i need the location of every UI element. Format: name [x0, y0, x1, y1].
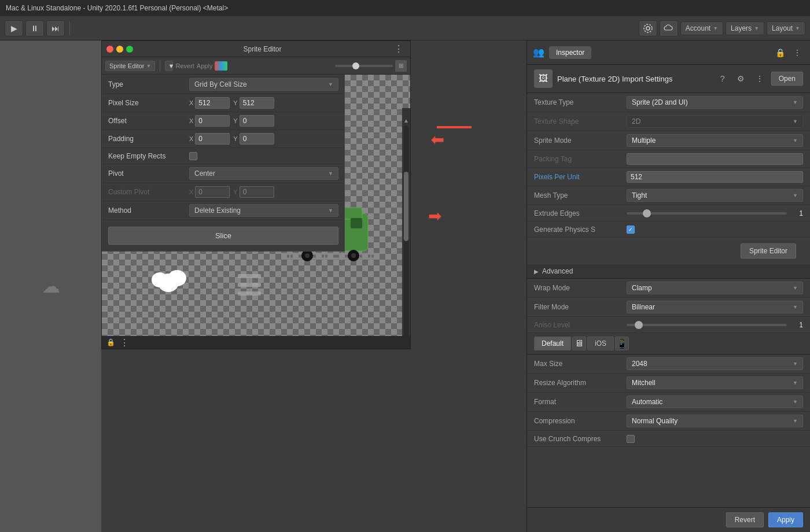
vertical-scrollbar[interactable]: ▲ ▼ — [402, 108, 410, 349]
pivot-dropdown[interactable]: Center ▼ — [189, 167, 338, 180]
layers-dropdown[interactable]: Layers ▼ — [726, 21, 764, 35]
offset-x-label: X — [189, 117, 193, 124]
customPivot-y-input[interactable] — [240, 186, 274, 198]
inspector-lock-btn[interactable]: 🔒 — [773, 46, 787, 60]
generatePhysics-row: Generate Physics S ✓ — [527, 221, 810, 238]
meshType-value: Tight — [632, 191, 647, 200]
apply-small-btn[interactable]: Apply — [197, 62, 213, 69]
maxSize-dropdown[interactable]: 2048 ▼ — [627, 357, 803, 370]
inspector-revert-btn[interactable]: Revert — [726, 512, 764, 527]
play-button[interactable]: ▶ — [5, 20, 23, 36]
zoom-slider-thumb[interactable] — [352, 62, 359, 69]
keepEmpty-checkbox[interactable] — [189, 152, 197, 160]
padding-x-input[interactable] — [195, 133, 230, 145]
spriteMode-dropdown[interactable]: Multiple ▼ — [627, 134, 803, 147]
textureType-chevron: ▼ — [793, 99, 798, 105]
sprite-editor-tab-dropdown[interactable]: Sprite Editor ▼ — [105, 61, 155, 71]
anisoLevel-slider[interactable] — [627, 324, 787, 326]
maximize-light[interactable] — [126, 46, 133, 53]
generatePhysics-checkbox[interactable]: ✓ — [627, 226, 635, 234]
generatePhysics-label: Generate Physics S — [534, 226, 627, 234]
resizeAlgorithm-dropdown[interactable]: Mitchell ▼ — [627, 376, 803, 389]
textureShape-label: Texture Shape — [534, 117, 627, 125]
object-more-btn[interactable]: ⋮ — [753, 72, 767, 86]
close-light[interactable] — [106, 46, 113, 53]
svg-point-10 — [168, 270, 186, 286]
inspector-more-btn[interactable]: ⋮ — [790, 46, 804, 60]
platform-icon-mobile[interactable]: 📱 — [615, 337, 629, 350]
customPivot-x-input[interactable] — [195, 186, 230, 198]
advanced-section-header[interactable]: ▶ Advanced — [527, 264, 810, 279]
anisoLevel-value: 1 — [791, 321, 803, 329]
compression-dropdown[interactable]: Normal Quality ▼ — [627, 415, 803, 427]
padding-y-label: Y — [233, 135, 237, 142]
object-settings-btn[interactable]: ⚙ — [734, 72, 748, 86]
type-dropdown[interactable]: Grid By Cell Size ▼ — [189, 78, 338, 91]
step-button[interactable]: ⏭ — [46, 20, 65, 36]
pixelsPerUnit-label[interactable]: Pixels Per Unit — [534, 173, 627, 181]
toolbar-divider-1 — [160, 60, 160, 72]
platform-tab-ios[interactable]: iOS — [587, 337, 614, 350]
textureType-row: Texture Type Sprite (2D and UI) ▼ — [527, 93, 810, 112]
pause-button[interactable]: ⏸ — [25, 20, 44, 36]
useCrunch-checkbox[interactable] — [627, 435, 635, 443]
useCrunch-row: Use Crunch Compres — [527, 431, 810, 447]
layout-dropdown[interactable]: Layout ▼ — [767, 21, 805, 35]
slice-button[interactable]: Slice — [108, 227, 338, 245]
extrudeEdges-slider[interactable] — [627, 212, 787, 215]
extrudeEdges-thumb[interactable] — [643, 209, 651, 217]
filterMode-dropdown[interactable]: Bilinear ▼ — [627, 301, 803, 313]
extrudeEdges-slider-field: 1 — [627, 209, 803, 217]
color-palette-icon[interactable] — [215, 61, 227, 71]
sprite-editor-button[interactable]: Sprite Editor — [741, 243, 796, 258]
format-dropdown[interactable]: Automatic ▼ — [627, 396, 803, 408]
pivot-chevron: ▼ — [328, 171, 333, 176]
network-icon-btn[interactable] — [639, 20, 657, 36]
cloud-icon-btn[interactable] — [660, 20, 678, 36]
padding-y-input[interactable] — [240, 133, 274, 145]
zoom-reset-btn[interactable]: ⊞ — [395, 60, 407, 72]
v-scrollbar-thumb[interactable] — [404, 172, 408, 241]
open-button[interactable]: Open — [771, 72, 803, 86]
wrapMode-dropdown[interactable]: Clamp ▼ — [627, 282, 803, 294]
window-more-btn[interactable]: ⋮ — [392, 43, 406, 54]
meshType-dropdown[interactable]: Tight ▼ — [627, 189, 803, 202]
anisoLevel-thumb[interactable] — [635, 321, 643, 329]
pixelSize-x-label: X — [189, 99, 193, 106]
offset-x-field: X — [189, 115, 230, 127]
object-title-area: Plane (Texture 2D) Import Settings — [557, 75, 711, 83]
textureType-dropdown[interactable]: Sprite (2D and UI) ▼ — [627, 96, 803, 109]
inspector-person-icon: 👥 — [533, 47, 544, 58]
slice-dropdown-btn[interactable]: ▼ — [165, 61, 173, 71]
spriteMode-row: Sprite Mode Multiple ▼ — [527, 131, 810, 150]
pixelsPerUnit-input[interactable] — [627, 171, 803, 183]
v-scrollbar-track[interactable] — [404, 125, 408, 349]
compression-label: Compression — [534, 417, 627, 425]
method-value: Delete Existing ▼ — [189, 204, 338, 217]
packingTag-input[interactable] — [627, 153, 803, 165]
object-help-btn[interactable]: ? — [716, 72, 730, 86]
inspector-object-header: 🖼 Plane (Texture 2D) Import Settings ? ⚙… — [527, 65, 810, 93]
pixelSize-x-input[interactable] — [195, 97, 230, 109]
account-dropdown[interactable]: Account ▼ — [680, 21, 723, 35]
offset-x-input[interactable] — [195, 115, 230, 127]
revert-btn[interactable]: Revert — [175, 62, 194, 69]
meshType-chevron: ▼ — [793, 193, 798, 198]
zoom-slider[interactable] — [335, 65, 393, 67]
platform-icon-monitor[interactable]: 🖥 — [572, 337, 586, 350]
offset-y-label: Y — [233, 117, 237, 124]
offset-y-input[interactable] — [240, 115, 274, 127]
window-bottom-more[interactable]: ⋮ — [117, 337, 131, 348]
minimize-light[interactable] — [116, 46, 123, 53]
pixelSize-y-input[interactable] — [240, 97, 274, 109]
compression-row: Compression Normal Quality ▼ — [527, 412, 810, 431]
method-dropdown[interactable]: Delete Existing ▼ — [189, 204, 338, 217]
tab-inspector[interactable]: Inspector — [549, 46, 591, 59]
scroll-up-btn[interactable]: ▲ — [403, 117, 409, 125]
slice-btn-container: Slice — [102, 220, 344, 251]
inspector-apply-btn[interactable]: Apply — [768, 512, 803, 527]
spriteMode-label: Sprite Mode — [534, 136, 627, 145]
platform-tab-default[interactable]: Default — [534, 337, 571, 350]
textureShape-row: Texture Shape 2D ▼ — [527, 112, 810, 131]
customPivot-value: X Y — [189, 186, 338, 198]
